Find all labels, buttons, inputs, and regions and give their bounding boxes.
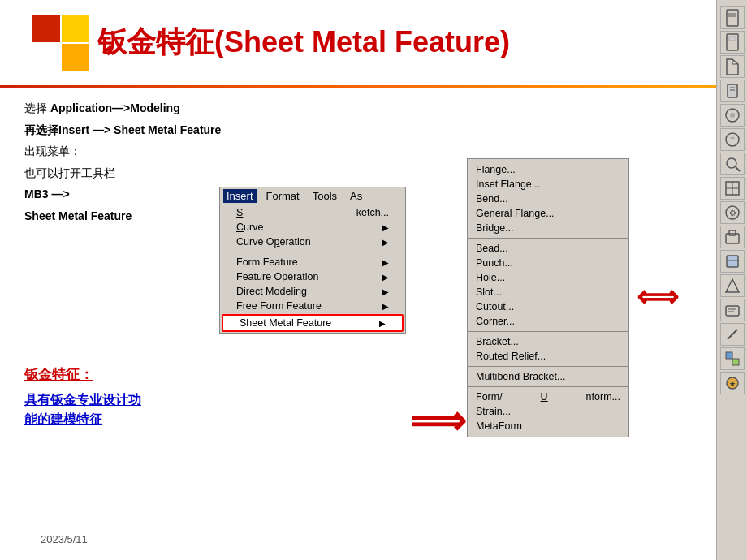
right-arrow: ⟹ xyxy=(410,398,466,443)
line1-prefix: 选择 xyxy=(24,101,50,114)
sm-slot[interactable]: Slot... xyxy=(468,285,628,299)
bottom-label: 钣金特征： xyxy=(24,365,235,384)
toolbar-btn-15[interactable] xyxy=(720,347,745,370)
toolbar-btn-14[interactable] xyxy=(720,323,745,346)
svg-line-18 xyxy=(736,167,740,171)
right-toolbar: ⚙ ★ xyxy=(716,0,747,560)
menu-free-form[interactable]: Free Form Feature▶ xyxy=(220,299,405,313)
menu-sheet-metal[interactable]: Sheet Metal Feature▶ xyxy=(222,314,404,332)
menu-bar-format[interactable]: Format xyxy=(263,189,303,203)
svg-rect-9 xyxy=(729,37,736,41)
footer-date: 2023/5/11 xyxy=(41,533,88,545)
logo-decoration xyxy=(32,15,89,71)
sm-general-flange[interactable]: General Flange... xyxy=(468,206,628,221)
bottom-description: 钣金特征： 具有钣金专业设计功能的建模特征 xyxy=(24,365,235,429)
menu-bar-tools[interactable]: Tools xyxy=(309,189,340,203)
svg-point-15 xyxy=(730,113,735,118)
svg-point-17 xyxy=(727,158,736,168)
sm-div2 xyxy=(468,331,628,332)
sm-strain[interactable]: Strain... xyxy=(468,404,628,419)
toolbar-btn-2[interactable] xyxy=(720,31,745,54)
menu-bar: Insert Format Tools As xyxy=(220,187,405,205)
header-divider xyxy=(0,85,747,88)
sm-flange[interactable]: Flange... xyxy=(468,162,628,177)
svg-rect-33 xyxy=(726,352,732,359)
toolbar-btn-11[interactable] xyxy=(720,250,745,273)
menu-div1 xyxy=(220,252,405,252)
toolbar-btn-10[interactable] xyxy=(720,226,745,248)
menu-form-feature[interactable]: Form Feature▶ xyxy=(220,255,405,269)
toolbar-btn-9[interactable]: ⚙ xyxy=(720,201,745,224)
svg-rect-0 xyxy=(32,15,60,42)
header: 钣金特征(Sheet Metal Feature) xyxy=(0,0,747,89)
toolbar-btn-13[interactable] xyxy=(720,299,745,321)
menu-sketch[interactable]: Sketch... xyxy=(220,205,405,220)
sm-form-unform[interactable]: Form/Unform... xyxy=(468,390,628,404)
line4: 也可以打开工具栏 xyxy=(24,162,260,184)
sheet-metal-submenu: Flange... Inset Flange... Bend... Genera… xyxy=(467,158,629,437)
sm-hole[interactable]: Hole... xyxy=(468,270,628,285)
svg-rect-26 xyxy=(727,256,738,267)
sm-bead[interactable]: Bead... xyxy=(468,241,628,256)
page-title: 钣金特征(Sheet Metal Feature) xyxy=(97,23,510,62)
menu-bar-as[interactable]: As xyxy=(347,189,365,203)
sm-corner[interactable]: Corner... xyxy=(468,314,628,329)
sm-bend[interactable]: Bend... xyxy=(468,192,628,206)
sm-div1 xyxy=(468,238,628,239)
menu-bar-insert[interactable]: Insert xyxy=(223,189,257,203)
insert-menu: Insert Format Tools As Sketch... Curve▶ … xyxy=(219,187,406,334)
double-arrow: ⟺ xyxy=(637,280,679,314)
toolbar-btn-3[interactable] xyxy=(720,55,745,78)
toolbar-btn-1[interactable] xyxy=(720,6,745,29)
bottom-desc: 具有钣金专业设计功能的建模特征 xyxy=(24,390,235,429)
line3: 出现菜单： xyxy=(24,140,260,162)
sm-div3 xyxy=(468,366,628,367)
toolbar-btn-8[interactable] xyxy=(720,177,745,200)
line2: 再选择Insert —> Sheet Metal Feature xyxy=(24,119,260,141)
svg-rect-2 xyxy=(62,15,89,42)
svg-text:★: ★ xyxy=(729,380,736,388)
svg-rect-5 xyxy=(727,10,738,26)
menu-curve-op[interactable]: Curve Operation▶ xyxy=(220,235,405,249)
sm-punch[interactable]: Punch... xyxy=(468,256,628,270)
svg-point-16 xyxy=(726,133,739,146)
sm-inset-flange[interactable]: Inset Flange... xyxy=(468,177,628,192)
toolbar-btn-6[interactable] xyxy=(720,128,745,151)
sm-multibend[interactable]: Multibend Bracket... xyxy=(468,369,628,384)
toolbar-btn-4[interactable] xyxy=(720,80,745,102)
sm-cutout[interactable]: Cutout... xyxy=(468,299,628,314)
toolbar-btn-5[interactable] xyxy=(720,104,745,127)
svg-rect-11 xyxy=(728,84,737,97)
toolbar-btn-12[interactable] xyxy=(720,274,745,297)
sm-div4 xyxy=(468,386,628,387)
sm-bracket[interactable]: Bracket... xyxy=(468,334,628,349)
menu-feature-op[interactable]: Feature Operation▶ xyxy=(220,269,405,284)
sm-metaform[interactable]: MetaForm xyxy=(468,419,628,433)
svg-rect-28 xyxy=(726,306,739,316)
line1-bold: Application—>Modeling xyxy=(50,101,180,114)
svg-rect-1 xyxy=(62,44,89,71)
svg-text:⚙: ⚙ xyxy=(728,209,736,218)
svg-line-31 xyxy=(728,330,737,339)
sm-bridge[interactable]: Bridge... xyxy=(468,221,628,235)
toolbar-btn-16[interactable]: ★ xyxy=(720,372,745,394)
menu-curve[interactable]: Curve▶ xyxy=(220,220,405,235)
sm-routed[interactable]: Routed Relief... xyxy=(468,349,628,364)
svg-rect-25 xyxy=(729,230,736,235)
svg-rect-34 xyxy=(732,359,739,365)
menu-direct[interactable]: Direct Modeling▶ xyxy=(220,284,405,299)
toolbar-btn-7[interactable] xyxy=(720,153,745,175)
